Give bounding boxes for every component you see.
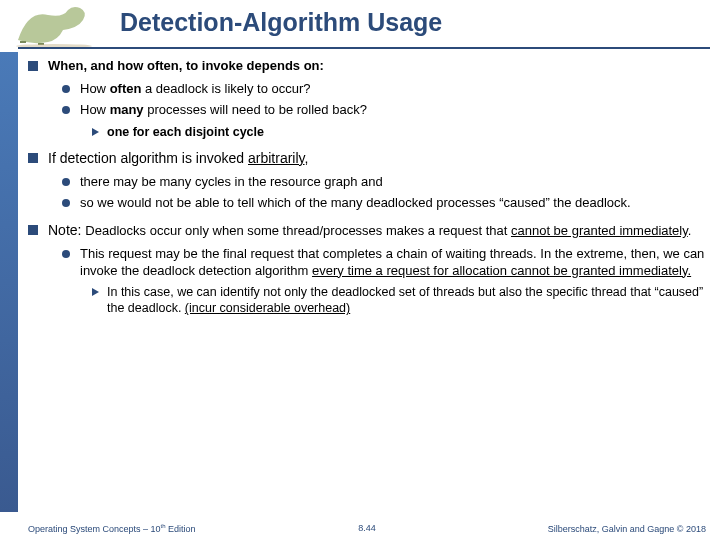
slide-header: Detection-Algorithm Usage — [0, 0, 720, 52]
bullet-dot: How often a deadlock is likely to occur? — [62, 81, 706, 98]
dot-icon — [62, 250, 70, 258]
bullet-text: there may be many cycles in the resource… — [80, 174, 706, 191]
dot-icon — [62, 85, 70, 93]
bullet-square: When, and how often, to invoke depends o… — [28, 58, 706, 75]
dinosaur-logo — [8, 0, 100, 48]
dot-icon — [62, 106, 70, 114]
footer-page: 8.44 — [358, 523, 376, 533]
bullet-text: When, and how often, to invoke depends o… — [48, 58, 706, 75]
square-icon — [28, 153, 38, 163]
bullet-text: How often a deadlock is likely to occur? — [80, 81, 706, 98]
bullet-dot: there may be many cycles in the resource… — [62, 174, 706, 191]
bullet-triangle: one for each disjoint cycle — [92, 124, 706, 140]
slide-title: Detection-Algorithm Usage — [110, 8, 720, 37]
bullet-text: so we would not be able to tell which of… — [80, 195, 706, 212]
bullet-text: In this case, we can identify not only t… — [107, 284, 706, 316]
bullet-text: Note: Deadlocks occur only when some thr… — [48, 222, 706, 240]
dot-icon — [62, 178, 70, 186]
bullet-text: If detection algorithm is invoked arbitr… — [48, 150, 706, 168]
bullet-square: If detection algorithm is invoked arbitr… — [28, 150, 706, 168]
bullet-dot: so we would not be able to tell which of… — [62, 195, 706, 212]
square-icon — [28, 225, 38, 235]
bullet-square: Note: Deadlocks occur only when some thr… — [28, 222, 706, 240]
bullet-dot: This request may be the final request th… — [62, 246, 706, 279]
footer-right: Silberschatz, Galvin and Gagne © 2018 — [548, 524, 706, 534]
slide-footer: Operating System Concepts – 10th Edition… — [28, 523, 706, 534]
footer-left: Operating System Concepts – 10th Edition — [28, 523, 196, 534]
bullet-text: How many processes will need to be rolle… — [80, 102, 706, 119]
title-rule — [18, 47, 710, 49]
sidebar-strip — [0, 52, 18, 512]
bullet-text: one for each disjoint cycle — [107, 124, 706, 140]
dot-icon — [62, 199, 70, 207]
triangle-icon — [92, 288, 99, 296]
bullet-dot: How many processes will need to be rolle… — [62, 102, 706, 119]
square-icon — [28, 61, 38, 71]
slide-body: When, and how often, to invoke depends o… — [28, 58, 706, 512]
triangle-icon — [92, 128, 99, 136]
bullet-triangle: In this case, we can identify not only t… — [92, 284, 706, 316]
bullet-text: This request may be the final request th… — [80, 246, 706, 279]
